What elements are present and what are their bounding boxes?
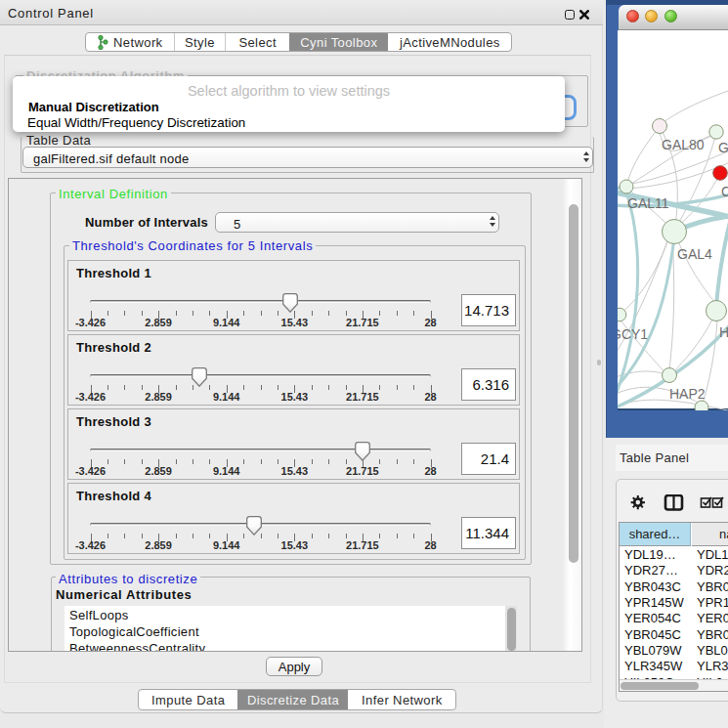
svg-text:GAL11: GAL11 [627, 195, 669, 211]
svg-text:HAP2: HAP2 [669, 386, 706, 402]
svg-text:GAL4: GAL4 [677, 246, 712, 262]
svg-text:H: H [719, 324, 728, 340]
svg-text:GCY1: GCY1 [618, 326, 648, 342]
svg-text:C: C [721, 184, 728, 199]
svg-text:G.: G. [718, 140, 728, 155]
svg-text:GAL80: GAL80 [662, 137, 705, 152]
